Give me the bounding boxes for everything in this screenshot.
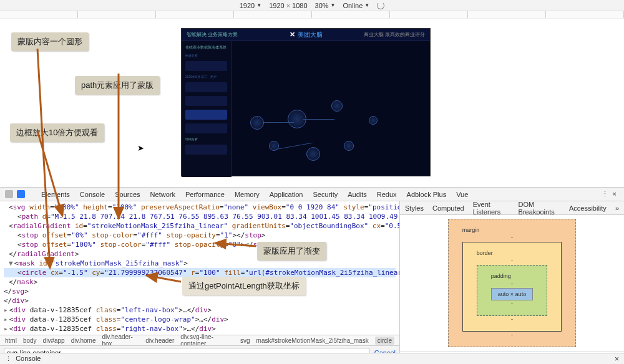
tab-performance[interactable]: Performance — [185, 191, 225, 198]
breadcrumb-item[interactable]: div#app — [43, 337, 65, 344]
console-drawer: ⋮ Console × — [0, 353, 624, 364]
breadcrumb-item[interactable]: div.header — [145, 337, 174, 344]
tab-dom-breakpoints[interactable]: DOM Breakpoints — [519, 201, 560, 216]
device-network[interactable]: Online ▼ — [343, 2, 370, 9]
tab-security[interactable]: Security — [313, 191, 338, 198]
logo-icon: ✕ — [290, 31, 295, 39]
box-model[interactable]: margin - border - padding - auto × auto … — [400, 215, 624, 351]
annotation-label: 蒙版应用了渐变 — [257, 242, 326, 261]
elements-tree[interactable]: <svg width="100%" height="100%" preserve… — [0, 201, 399, 335]
preview-viewport: 蒙版内容一个圆形 path元素应用了蒙版 边框放大10倍方便观看 智能解决 业务… — [0, 19, 624, 194]
preview-header-right: 商业大脑 最高效的商业评分 — [364, 31, 425, 38]
devtools-tabs: Elements Console Sources Network Perform… — [0, 188, 624, 201]
tab-accessibility[interactable]: Accessibility — [569, 204, 607, 212]
responsive-ruler — [0, 11, 624, 19]
drawer-menu-icon[interactable]: ⋮ — [5, 355, 12, 362]
tab-audits[interactable]: Audits — [348, 191, 367, 198]
tab-styles[interactable]: Styles — [405, 204, 424, 212]
tab-redux[interactable]: Redux — [377, 191, 397, 198]
console-tab[interactable]: Console — [16, 355, 41, 362]
breadcrumb-item[interactable]: body — [23, 337, 37, 344]
device-zoom[interactable]: 30% ▼ — [315, 2, 336, 9]
breadcrumb-item[interactable]: circle — [375, 337, 394, 345]
more-icon[interactable]: ⋮ × — [602, 190, 618, 198]
tab-adblock[interactable]: Adblock Plus — [407, 191, 447, 198]
dom-breadcrumb[interactable]: htmlbodydiv#appdiv.homediv.header-boxdiv… — [0, 335, 399, 345]
device-mode-icon[interactable] — [17, 190, 25, 198]
more-icon[interactable]: » — [615, 204, 619, 212]
tab-network[interactable]: Network — [150, 191, 175, 198]
reload-icon[interactable] — [377, 2, 384, 9]
breadcrumb-item[interactable]: mask#strokeMotionMask_2i5fziha_mask — [256, 337, 369, 344]
breadcrumb-item[interactable]: html — [5, 337, 17, 344]
breadcrumb-item[interactable]: div.home — [71, 337, 96, 344]
devtools-panel: Elements Console Sources Network Perform… — [0, 187, 624, 364]
annotation-label: 通过getPointAtLength获取坐标 — [182, 277, 306, 295]
breadcrumb-item[interactable]: svg — [240, 337, 250, 344]
device-width[interactable]: 1920 ▼ — [240, 2, 261, 9]
preview-header-left: 智能解决 业务策略方案 — [187, 31, 238, 38]
tab-sources[interactable]: Sources — [115, 191, 140, 198]
tab-vue[interactable]: Vue — [456, 191, 468, 198]
preview-title: 美团大脑 — [298, 31, 323, 39]
tab-application[interactable]: Application — [270, 191, 303, 198]
styles-tabs: Styles Computed Event Listeners DOM Brea… — [400, 201, 624, 215]
page-preview[interactable]: 智能解决 业务策略方案 ✕美团大脑 商业大脑 最高效的商业评分 传统商业数据算法… — [181, 28, 431, 176]
tab-memory[interactable]: Memory — [235, 191, 260, 198]
tab-console[interactable]: Console — [80, 191, 105, 198]
device-toolbar: 1920 ▼ 1920 × 1080 30% ▼ Online ▼ — [0, 0, 624, 11]
tab-event-listeners[interactable]: Event Listeners — [473, 201, 510, 216]
preview-left-nav: 传统商业数据算法体系降 快速分析 2019年6月 前二、用户 地域分析 — [182, 41, 232, 177]
annotation-label: path元素应用了蒙版 — [75, 76, 160, 95]
mouse-cursor-icon: ➤ — [137, 143, 144, 153]
close-icon[interactable]: × — [615, 355, 619, 363]
tab-computed[interactable]: Computed — [432, 204, 464, 212]
tab-elements[interactable]: Elements — [41, 191, 70, 198]
annotation-label: 边框放大10倍方便观看 — [10, 123, 104, 142]
inspect-icon[interactable] — [5, 190, 13, 198]
annotation-label: 蒙版内容一个圆形 — [11, 32, 89, 51]
